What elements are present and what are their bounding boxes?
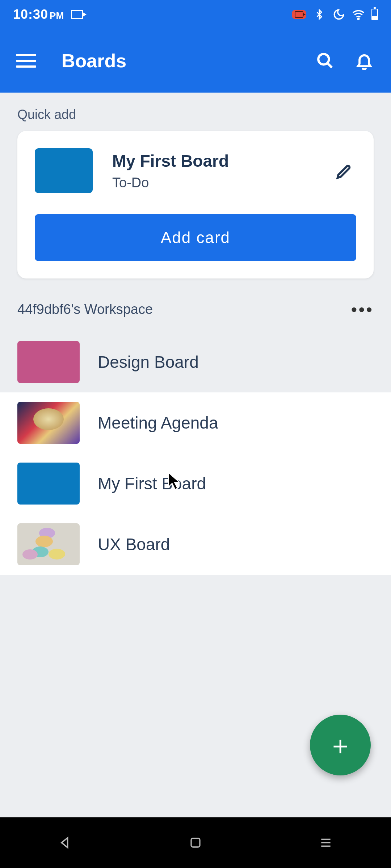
quick-add-row[interactable]: My First Board To-Do xyxy=(35,148,356,193)
notifications-button[interactable] xyxy=(353,50,375,72)
status-time-value: 10:30 xyxy=(13,7,48,22)
board-item-ux[interactable]: UX Board xyxy=(0,514,391,575)
workspace-menu-button[interactable]: ••• xyxy=(351,308,374,311)
page-title: Boards xyxy=(62,50,297,72)
quick-add-label: Quick add xyxy=(0,93,391,131)
workspace-title: 44f9dbf6's Workspace xyxy=(17,302,153,317)
svg-point-0 xyxy=(358,18,359,20)
moon-icon xyxy=(332,8,345,21)
pencil-icon xyxy=(335,161,354,180)
status-left: 10:30PM xyxy=(13,7,83,22)
battery-icon xyxy=(371,9,378,20)
wifi-icon xyxy=(352,8,365,21)
svg-line-2 xyxy=(327,63,332,68)
board-list: Design Board Meeting Agenda My First Boa… xyxy=(0,332,391,575)
workspace-header: 44f9dbf6's Workspace ••• xyxy=(0,278,391,332)
triangle-back-icon xyxy=(58,835,72,850)
board-name: Meeting Agenda xyxy=(98,413,218,433)
board-item-first[interactable]: My First Board xyxy=(0,453,391,514)
board-thumb xyxy=(17,341,80,383)
bluetooth-icon xyxy=(313,8,326,21)
board-name: My First Board xyxy=(98,474,206,493)
system-nav-bar xyxy=(0,817,391,868)
status-time: 10:30PM xyxy=(13,7,64,22)
fab-add-button[interactable]: ＋ xyxy=(310,715,371,775)
board-thumb xyxy=(17,523,80,565)
nav-home-button[interactable] xyxy=(185,832,206,854)
recording-icon xyxy=(292,10,306,19)
quick-add-board-title: My First Board xyxy=(112,151,333,171)
board-thumb xyxy=(17,463,80,505)
quick-add-thumb xyxy=(35,148,93,193)
add-card-button[interactable]: Add card xyxy=(35,214,356,261)
app-bar: Boards xyxy=(0,29,391,93)
screencast-icon xyxy=(71,10,83,19)
screen: 10:30PM Boards xyxy=(0,0,391,868)
nav-recents-button[interactable] xyxy=(315,832,337,854)
recents-icon xyxy=(319,836,333,850)
plus-icon: ＋ xyxy=(327,732,353,758)
board-thumb xyxy=(17,402,80,444)
edit-button[interactable] xyxy=(333,159,356,182)
status-bar: 10:30PM xyxy=(0,0,391,29)
board-name: UX Board xyxy=(98,535,170,554)
search-button[interactable] xyxy=(314,50,336,72)
nav-back-button[interactable] xyxy=(54,832,76,854)
quick-add-card: My First Board To-Do Add card xyxy=(17,131,374,278)
board-item-meeting[interactable]: Meeting Agenda xyxy=(0,392,391,453)
board-name: Design Board xyxy=(98,352,199,372)
menu-button[interactable] xyxy=(16,51,36,71)
search-icon xyxy=(316,52,334,70)
svg-rect-3 xyxy=(191,838,200,847)
bell-icon xyxy=(355,51,374,70)
board-item-design[interactable]: Design Board xyxy=(0,332,391,392)
svg-point-1 xyxy=(318,54,329,64)
square-home-icon xyxy=(189,836,202,849)
content: Quick add My First Board To-Do Add card … xyxy=(0,93,391,817)
status-ampm: PM xyxy=(50,10,64,21)
quick-add-text: My First Board To-Do xyxy=(112,151,333,191)
quick-add-list-name: To-Do xyxy=(112,175,333,191)
status-right xyxy=(292,8,378,21)
